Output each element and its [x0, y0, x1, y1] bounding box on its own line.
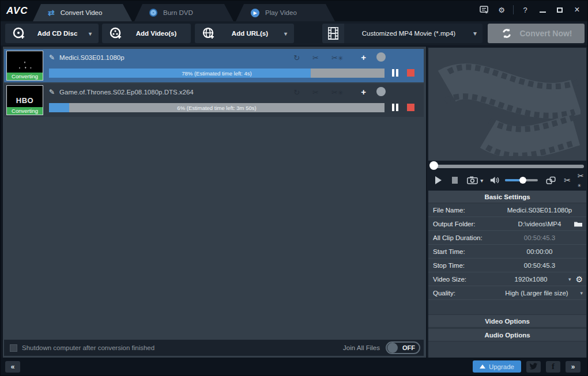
converting-badge: Converting — [7, 107, 43, 115]
chevron-down-icon[interactable]: ▾ — [580, 290, 583, 296]
maximize-button[interactable] — [554, 5, 566, 15]
bottom-bar: « Upgrade f » — [1, 358, 587, 375]
cd-plus-icon — [12, 26, 26, 40]
edit-pencil-icon[interactable]: ✎ — [49, 88, 55, 96]
setting-label: Output Folder: — [428, 221, 493, 227]
setting-value[interactable]: D:\videos\MP4 — [493, 221, 586, 227]
basic-settings-header: Basic Settings — [428, 191, 586, 203]
setting-row-file-name: File Name: Medici.S03E01.1080p — [428, 203, 586, 217]
add-cd-disc-button[interactable]: Add CD Disc ▾ — [5, 24, 99, 43]
snapshot-camera-icon[interactable] — [467, 176, 478, 185]
file-row[interactable]: Converting ✎ Medici.S03E01.1080p ↻ ✂ ✂✳ … — [4, 49, 424, 82]
setting-row-quality: Quality: High (Larger file size) ▾ — [428, 286, 586, 300]
effects-wand-icon[interactable]: ✂✳ — [331, 54, 343, 62]
facebook-button[interactable]: f — [546, 361, 560, 373]
avc-logo: AVC — [6, 5, 28, 17]
clip-scissors-icon[interactable]: ✂ — [312, 54, 319, 62]
effects-wand-icon[interactable]: ✂✳ — [578, 172, 586, 189]
toggle-state-label: OFF — [402, 344, 415, 351]
toggle-knob — [387, 343, 398, 353]
convert-now-label: Convert Now! — [520, 29, 572, 38]
setting-row-output-folder: Output Folder: D:\videos\MP4 — [428, 217, 586, 231]
pause-button[interactable] — [392, 69, 398, 77]
close-button[interactable]: × — [571, 5, 583, 15]
expand-button[interactable]: » — [566, 361, 581, 373]
add-profile-icon[interactable]: + — [361, 52, 366, 62]
gear-icon[interactable]: ⚙ — [575, 275, 583, 284]
seek-thumb[interactable] — [429, 161, 438, 170]
upgrade-label: Upgrade — [489, 363, 514, 370]
setting-label: Quality: — [428, 290, 493, 297]
tab-label: Convert Video — [61, 9, 103, 16]
volume-speaker-icon[interactable] — [490, 176, 500, 185]
filmstrip-watermark — [436, 58, 581, 156]
arrow-up-icon — [480, 364, 485, 369]
video-thumbnail: Converting — [6, 51, 43, 81]
reconvert-icon[interactable]: ↻ — [293, 88, 300, 97]
reel-plus-icon — [109, 26, 123, 40]
setting-label: Video Size: — [428, 276, 493, 283]
volume-thumb[interactable] — [519, 177, 526, 184]
feedback-icon[interactable] — [478, 5, 490, 15]
setting-value[interactable]: 00:00:00 — [493, 248, 586, 255]
join-all-files-toggle[interactable]: OFF — [386, 341, 420, 354]
setting-row-video-size: Video Size: 1920x1080 ▾⚙ — [428, 272, 586, 286]
pause-button[interactable] — [392, 104, 398, 111]
tab-label: Burn DVD — [163, 9, 193, 16]
setting-value[interactable]: High (Larger file size) — [493, 290, 586, 297]
clip-scissors-icon[interactable]: ✂ — [312, 88, 319, 97]
play-button[interactable] — [435, 176, 442, 184]
snapshot-chevron-icon[interactable]: ▾ — [480, 177, 483, 184]
edit-pencil-icon[interactable]: ✎ — [49, 54, 55, 62]
stop-button[interactable] — [407, 104, 414, 111]
reconvert-icon[interactable]: ↻ — [293, 54, 300, 62]
shutdown-checkbox[interactable] — [10, 344, 17, 352]
player-stop-button[interactable] — [452, 177, 458, 184]
setting-row-start-time: Start Time: 00:00:00 — [428, 245, 586, 259]
filmstrip-icon — [322, 24, 344, 43]
tab-convert-video[interactable]: ⇄ Convert Video — [33, 4, 132, 21]
effects-wand-icon[interactable]: ✂✳ — [331, 88, 343, 97]
add-urls-button[interactable]: Add URL(s) ▾ — [195, 24, 294, 43]
chevron-down-icon: ▾ — [284, 31, 287, 37]
player-controls: ▾ ✂ ✂✳ — [428, 171, 586, 189]
volume-slider[interactable] — [505, 177, 538, 184]
help-button[interactable]: ? — [519, 5, 531, 15]
disc-icon — [149, 9, 157, 17]
setting-label: Stop Time: — [428, 262, 493, 269]
output-format-select[interactable]: Customized MP4 Movie (*.mp4) ▾ — [322, 24, 483, 43]
globe-plus-icon — [202, 26, 216, 40]
minimize-button[interactable] — [537, 5, 548, 15]
convert-now-button[interactable]: Convert Now! — [488, 24, 585, 43]
setting-value[interactable]: 00:50:45.3 — [493, 262, 586, 269]
setting-row-stop-time: Stop Time: 00:50:45.3 — [428, 259, 586, 272]
output-format-value: Customized MP4 Movie (*.mp4) — [344, 30, 473, 37]
gear-icon[interactable]: ⚙ — [496, 5, 507, 15]
chevron-down-icon[interactable]: ▾ — [568, 276, 571, 282]
toolbar: Add CD Disc ▾ Add Video(s) Add URL(s) ▾ … — [1, 21, 587, 45]
chevron-down-icon: ▾ — [89, 31, 92, 37]
join-all-files-label: Join All Files — [343, 344, 380, 351]
play-circle-icon: ▶ — [251, 9, 259, 17]
add-profile-icon[interactable]: + — [361, 87, 366, 97]
merge-icon[interactable] — [546, 176, 556, 185]
video-preview — [428, 48, 586, 161]
add-videos-button[interactable]: Add Video(s) — [102, 24, 191, 43]
upgrade-button[interactable]: Upgrade — [473, 360, 521, 373]
tab-play-video[interactable]: ▶ Play Video — [236, 4, 335, 21]
stop-button[interactable] — [407, 69, 414, 77]
setting-value[interactable]: Medici.S03E01.1080p — [493, 207, 586, 214]
progress-bar: 6% (Estimated time left: 3m 50s) — [49, 103, 385, 112]
twitter-button[interactable] — [526, 361, 541, 373]
file-list: Converting ✎ Medici.S03E01.1080p ↻ ✂ ✂✳ … — [3, 47, 426, 358]
tab-burn-dvd[interactable]: Burn DVD — [134, 4, 233, 21]
collapse-button[interactable]: « — [5, 361, 20, 373]
video-options-header[interactable]: Video Options — [428, 314, 586, 328]
seek-bar[interactable] — [428, 161, 586, 171]
clip-scissors-icon[interactable]: ✂ — [564, 176, 571, 185]
folder-icon[interactable] — [574, 221, 583, 227]
progress-text: 78% (Estimated time left: 4s) — [49, 69, 385, 78]
audio-options-header[interactable]: Audio Options — [428, 328, 586, 341]
file-row[interactable]: HBO Converting ✎ Game.of.Thrones.S02.Ep0… — [4, 83, 424, 117]
sync-icon: ⇄ — [48, 8, 55, 17]
